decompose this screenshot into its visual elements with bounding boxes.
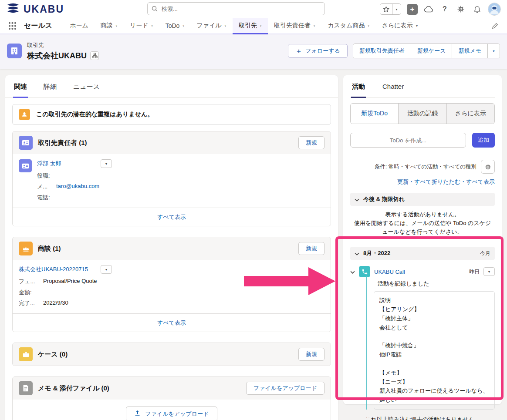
contacts-view-all-link[interactable]: すべて表示 [157, 214, 186, 220]
nav-item-opportunities[interactable]: 商談∨ [95, 18, 124, 34]
nav-item-custom-products[interactable]: カスタム商品∨ [321, 18, 375, 34]
call-description: 説明 【ヒアリング】 「検討主体」 会社として 「検討中競合」 他IP電話 【メ… [374, 291, 495, 410]
view-all-link[interactable]: すべて表示 [466, 178, 495, 185]
duplicate-notice-text: この取引先の潜在的な重複はありません。 [36, 111, 153, 118]
app-launcher-icon[interactable] [5, 18, 20, 34]
global-actions-button[interactable]: + [407, 4, 418, 15]
app-navigation: セールス ホーム 商談∨ リード∨ ToDo∨ ファイル∨ 取引先∨ 取引先責任… [0, 18, 507, 34]
nav-item-files[interactable]: ファイル∨ [191, 18, 233, 34]
follow-button[interactable]: ＋ フォローする [288, 44, 348, 58]
related-list-cases: ケース (0) 新規 [12, 343, 331, 366]
opportunities-view-all-link[interactable]: すべて表示 [157, 319, 186, 326]
hierarchy-icon[interactable] [90, 51, 99, 60]
setup-gear-icon[interactable] [456, 4, 466, 14]
field-value [43, 289, 324, 296]
tab-news[interactable]: ニュース [72, 75, 101, 98]
duplicate-person-icon [19, 109, 30, 120]
entity-type-label: 取引先 [27, 41, 99, 49]
chevron-down-icon: ∨ [260, 24, 262, 27]
upload-file-header-button[interactable]: ファイルをアップロード [246, 382, 324, 395]
search-input[interactable] [147, 2, 325, 15]
opportunity-row-menu-caret-icon[interactable]: ▼ [101, 265, 112, 274]
collapse-all-link[interactable]: すべて折りたたむ [414, 178, 460, 185]
new-case-button[interactable]: 新規ケース [411, 44, 452, 58]
contact-name-link[interactable]: 浮部 太郎 [37, 160, 61, 168]
this-month-badge: 今月 [480, 250, 490, 257]
section-month[interactable]: 8月・2022 今月 [350, 247, 495, 260]
field-value: Proposal/Price Quote [43, 278, 324, 286]
page-title: 株式会社UKABU [27, 50, 87, 61]
contact-card-icon [19, 136, 33, 150]
brand-name: UKABU [24, 3, 64, 15]
user-avatar[interactable] [488, 3, 501, 16]
notifications-bell-icon[interactable] [472, 4, 482, 14]
subtab-new-todo[interactable]: 新規ToDo [351, 104, 398, 124]
refresh-link[interactable]: 更新 [397, 178, 409, 185]
upload-file-button[interactable]: ファイルをアップロード [126, 407, 217, 420]
subtab-log-activity[interactable]: 活動の記録 [398, 104, 446, 124]
favorites-caret[interactable]: ▼ [392, 4, 401, 14]
tab-activity[interactable]: 活動 [351, 75, 366, 98]
activity-tabs: 活動 Chatter [350, 75, 495, 98]
call-title-link[interactable]: UKABU Call [374, 269, 405, 275]
tab-related[interactable]: 関連 [13, 75, 28, 98]
nav-item-home[interactable]: ホーム [64, 18, 95, 34]
record-page-header: 取引先 株式会社UKABU ＋ フォローする 新規取引先責任者 新規ケース 新規… [0, 34, 507, 69]
account-building-icon [7, 44, 22, 58]
field-value [56, 172, 324, 180]
brand-logo[interactable]: UKABU [6, 3, 64, 16]
activity-subtabs: 新規ToDo 活動の記録 さらに表示 [350, 103, 495, 124]
field-value [56, 194, 324, 202]
opportunity-name-link[interactable]: 株式会社UKABU-20220715 [19, 265, 88, 273]
activity-links: 更新・すべて折りたたむ・すべて表示 [350, 178, 495, 186]
call-menu-caret-icon[interactable]: ▼ [483, 267, 495, 276]
more-actions-caret-icon[interactable]: ▼ [487, 44, 500, 58]
field-label: 電話: [37, 194, 56, 202]
todo-input[interactable] [350, 133, 466, 148]
activity-item: UKABU Call 昨日 ▼ [350, 266, 495, 277]
case-briefcase-icon [19, 347, 33, 361]
subtab-more[interactable]: さらに表示 [446, 104, 494, 124]
activity-settings-gear-icon[interactable] [481, 160, 495, 174]
field-label: 金額: [19, 289, 43, 296]
contacts-list-title: 取引先責任者 (1) [38, 139, 87, 147]
main-content: 関連 詳細 ニュース この取引先の潜在的な重複はありません。 取引先責任者 (1… [0, 69, 507, 420]
nav-item-accounts[interactable]: 取引先∨ [233, 18, 268, 34]
search-icon [151, 5, 158, 14]
nav-item-contacts[interactable]: 取引先責任者∨ [268, 18, 321, 34]
section-upcoming-overdue[interactable]: 今後 & 期限切れ [350, 193, 495, 206]
chevron-down-icon[interactable] [350, 268, 355, 276]
tab-details[interactable]: 詳細 [43, 75, 57, 98]
call-phone-icon [359, 266, 370, 277]
new-note-button[interactable]: 新規メモ [452, 44, 487, 58]
chevron-down-icon: ∨ [224, 24, 226, 27]
edit-nav-pencil-icon[interactable] [488, 18, 502, 34]
duplicate-notice: この取引先の潜在的な重複はありません。 [12, 104, 331, 125]
record-actions-group: 新規取引先責任者 新規ケース 新規メモ ▼ [353, 44, 500, 58]
field-label: 役職: [37, 172, 56, 180]
upload-icon [134, 410, 141, 418]
nav-item-leads[interactable]: リード∨ [124, 18, 159, 34]
new-case-list-button[interactable]: 新規 [298, 348, 324, 361]
end-of-activities-text: これ以上読み込む過去の活動はありません。 [350, 416, 495, 420]
favorites-button[interactable]: ▼ [380, 3, 401, 15]
nav-item-more[interactable]: さらに表示▼ [376, 18, 425, 34]
chevron-down-icon: ∨ [151, 24, 153, 27]
contact-row-menu-caret-icon[interactable]: ▼ [101, 159, 112, 168]
notes-list-title: メモ & 添付ファイル (0) [38, 384, 109, 393]
help-icon[interactable]: ? [439, 4, 450, 14]
activity-timeline: 説明 【ヒアリング】 「検討主体」 会社として 「検討中競合」 他IP電話 【メ… [366, 291, 495, 410]
tab-chatter[interactable]: Chatter [382, 75, 405, 98]
add-todo-button[interactable]: 追加 [472, 133, 495, 148]
global-header: UKABU ▼ + ? [0, 0, 507, 18]
contact-avatar-icon [19, 159, 32, 172]
nav-item-todo[interactable]: ToDo∨ [159, 18, 191, 34]
new-contact-list-button[interactable]: 新規 [298, 136, 324, 149]
star-icon [380, 4, 392, 14]
cloud-icon[interactable] [423, 4, 434, 14]
new-opportunity-button[interactable]: 新規 [298, 242, 324, 255]
field-label: メ... [37, 183, 56, 191]
contact-email-link[interactable]: taro@ukabu.com [56, 183, 324, 191]
new-contact-button[interactable]: 新規取引先責任者 [353, 44, 411, 58]
chevron-down-icon [355, 250, 359, 257]
